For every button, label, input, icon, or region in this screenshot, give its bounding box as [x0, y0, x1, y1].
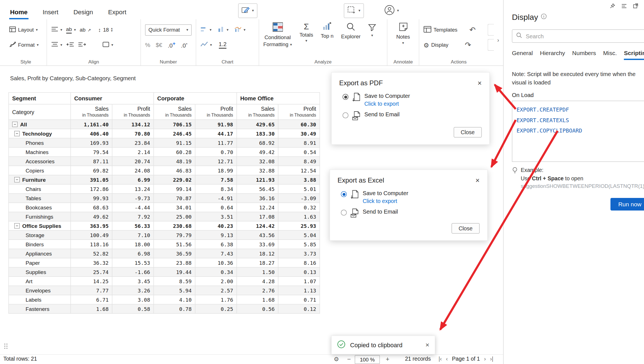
sales-measure-header[interactable]: Salesin Thousands: [237, 104, 278, 120]
value-cell[interactable]: 9.13: [195, 230, 237, 240]
value-cell[interactable]: 0.13: [278, 267, 320, 276]
value-cell[interactable]: 10.36: [195, 258, 237, 267]
category-cell[interactable]: Chairs: [9, 184, 71, 193]
script-line[interactable]: EXPORT.COPYCLIPBOARD: [517, 126, 644, 136]
value-cell[interactable]: 23.88: [154, 258, 195, 267]
value-cell[interactable]: 121.93: [237, 175, 278, 184]
category-cell[interactable]: Paper: [9, 258, 71, 267]
category-cell[interactable]: Fasteners: [9, 304, 71, 313]
value-cell[interactable]: 6.99: [112, 175, 154, 184]
value-cell[interactable]: 99.14: [154, 184, 195, 193]
value-cell[interactable]: 69.82: [71, 166, 112, 175]
increase-indent-button[interactable]: [78, 42, 86, 48]
category-cell[interactable]: Appliances: [9, 249, 71, 258]
layout-button[interactable]: Layout ▾: [9, 26, 38, 34]
collapse-icon[interactable]: [14, 131, 20, 136]
value-cell[interactable]: 5.85: [278, 240, 320, 249]
segment-header[interactable]: Home Office: [237, 93, 320, 104]
collapse-icon[interactable]: [14, 177, 20, 183]
close-button[interactable]: Close: [454, 127, 482, 138]
add-widget-button[interactable]: ▾: [344, 3, 364, 18]
category-cell[interactable]: Supplies: [9, 267, 71, 276]
bar-chart-button[interactable]: ▾: [200, 26, 212, 34]
value-cell[interactable]: 1.63: [278, 212, 320, 221]
value-cell[interactable]: 7.92: [112, 212, 154, 221]
value-cell[interactable]: 36.59: [154, 249, 195, 258]
value-cell[interactable]: 23.84: [112, 138, 154, 147]
value-cell[interactable]: 6.98: [112, 249, 154, 258]
value-cell[interactable]: 2.57: [195, 286, 237, 295]
value-cell[interactable]: 4.10: [154, 295, 195, 304]
filter-button[interactable]: ▾: [368, 24, 376, 37]
format-button[interactable]: Format ▾: [9, 41, 39, 49]
horizontal-align-button[interactable]: ▾: [51, 27, 62, 33]
value-cell[interactable]: 70.80: [112, 129, 154, 138]
value-cell[interactable]: 51.56: [154, 240, 195, 249]
value-cell[interactable]: 24.08: [112, 166, 154, 175]
expand-ribbon-icon[interactable]: ›: [497, 37, 499, 43]
value-cell[interactable]: 0.58: [112, 304, 154, 313]
value-cell[interactable]: 60.28: [154, 147, 195, 157]
list-icon[interactable]: [621, 3, 627, 10]
value-cell[interactable]: 18.27: [237, 258, 278, 267]
value-cell[interactable]: 246.45: [154, 129, 195, 138]
value-cell[interactable]: 8.16: [278, 258, 320, 267]
quick-format-select[interactable]: Quick Format ▾: [145, 24, 192, 36]
search-input[interactable]: [525, 32, 644, 40]
value-cell[interactable]: 6.38: [195, 240, 237, 249]
value-cell[interactable]: 134.12: [112, 120, 154, 129]
close-dialog-icon[interactable]: ×: [478, 79, 482, 87]
value-cell[interactable]: 32.08: [237, 157, 278, 166]
value-cell[interactable]: 5.94: [154, 286, 195, 295]
segment-header[interactable]: Corporate: [154, 93, 237, 104]
zoom-level-input[interactable]: 100 %: [355, 355, 380, 364]
value-cell[interactable]: 118.16: [71, 240, 112, 249]
value-cell[interactable]: 30.49: [278, 129, 320, 138]
value-cell[interactable]: -3.09: [278, 193, 320, 203]
value-cell[interactable]: 12.54: [278, 166, 320, 175]
value-cell[interactable]: 36.16: [237, 193, 278, 203]
panel-tab-hierarchy[interactable]: Hierarchy: [540, 49, 565, 60]
value-cell[interactable]: 5.04: [278, 230, 320, 240]
value-cell[interactable]: 2.76: [237, 286, 278, 295]
category-cell[interactable]: Storage: [9, 230, 71, 240]
value-cell[interactable]: 44.17: [195, 129, 237, 138]
value-cell[interactable]: 4.28: [237, 276, 278, 286]
value-cell[interactable]: 3.08: [112, 295, 154, 304]
value-cell[interactable]: 2.14: [112, 147, 154, 157]
script-line[interactable]: EXPORT.CREATEPDF: [517, 105, 644, 115]
value-cell[interactable]: 1,161.40: [71, 120, 112, 129]
value-cell[interactable]: -1.66: [112, 267, 154, 276]
value-cell[interactable]: 43.56: [237, 230, 278, 240]
value-cell[interactable]: 183.30: [237, 129, 278, 138]
category-cell[interactable]: Binders: [9, 240, 71, 249]
remove-decimal-button[interactable]: .0-: [181, 41, 187, 49]
value-cell[interactable]: 18.99: [195, 166, 237, 175]
category-cell[interactable]: Phones: [9, 138, 71, 147]
first-page-button[interactable]: |‹: [439, 356, 442, 362]
value-cell[interactable]: 8.49: [278, 157, 320, 166]
value-cell[interactable]: 7.10: [112, 230, 154, 240]
panel-tab-scripting[interactable]: Scripting: [624, 49, 644, 60]
script-line[interactable]: EXPORT.CREATEXLS: [517, 115, 644, 126]
save-to-computer-radio[interactable]: [341, 191, 347, 197]
value-cell[interactable]: 2.00: [195, 276, 237, 286]
value-cell[interactable]: 87.11: [71, 157, 112, 166]
value-cell[interactable]: 68.92: [237, 138, 278, 147]
value-cell[interactable]: 3.51: [195, 212, 237, 221]
category-cell[interactable]: Art: [9, 276, 71, 286]
collapse-icon[interactable]: [12, 122, 18, 127]
conditional-formatting-button[interactable]: Conditional Formatting ▾: [263, 22, 292, 48]
value-cell[interactable]: 3.26: [112, 286, 154, 295]
value-cell[interactable]: 429.65: [237, 120, 278, 129]
value-cell[interactable]: 46.83: [154, 166, 195, 175]
close-dialog-icon[interactable]: ×: [475, 177, 480, 184]
value-cell[interactable]: 8.59: [154, 276, 195, 286]
close-toast-icon[interactable]: ×: [425, 342, 429, 348]
category-cell[interactable]: Envelopes: [9, 286, 71, 295]
currency-button[interactable]: $€: [156, 42, 162, 48]
value-cell[interactable]: -4.91: [195, 193, 237, 203]
edit-tool-button[interactable]: ▾: [238, 3, 257, 18]
value-cell[interactable]: 56.45: [237, 184, 278, 193]
row-dimension-header[interactable]: Segment: [9, 93, 71, 104]
